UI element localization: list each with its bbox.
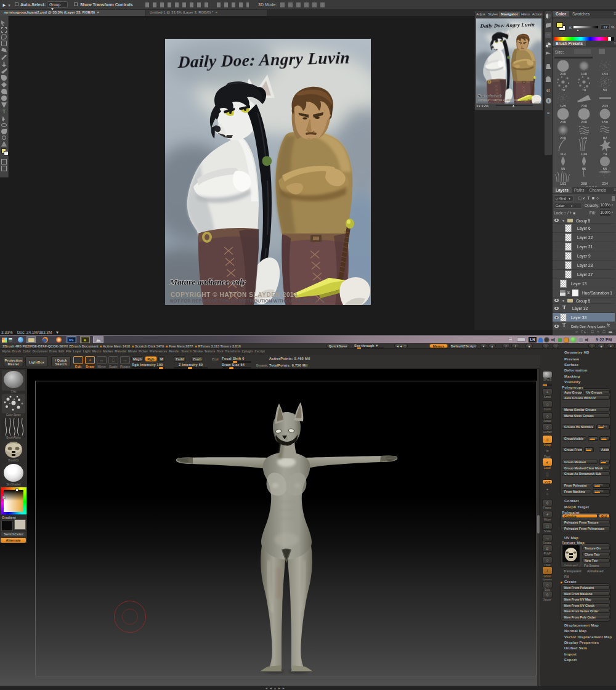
svg-text:COPYRIGHT © HATTON SLAYDEN 201: COPYRIGHT © HATTON SLAYDEN 2014 — [171, 291, 298, 298]
svg-text:NOT FOR REPRODUCTION OR DISTRI: NOT FOR REPRODUCTION OR DISTRIBUTION WIT… — [170, 298, 325, 304]
svg-text:Mature audiance only: Mature audiance only — [169, 277, 246, 286]
